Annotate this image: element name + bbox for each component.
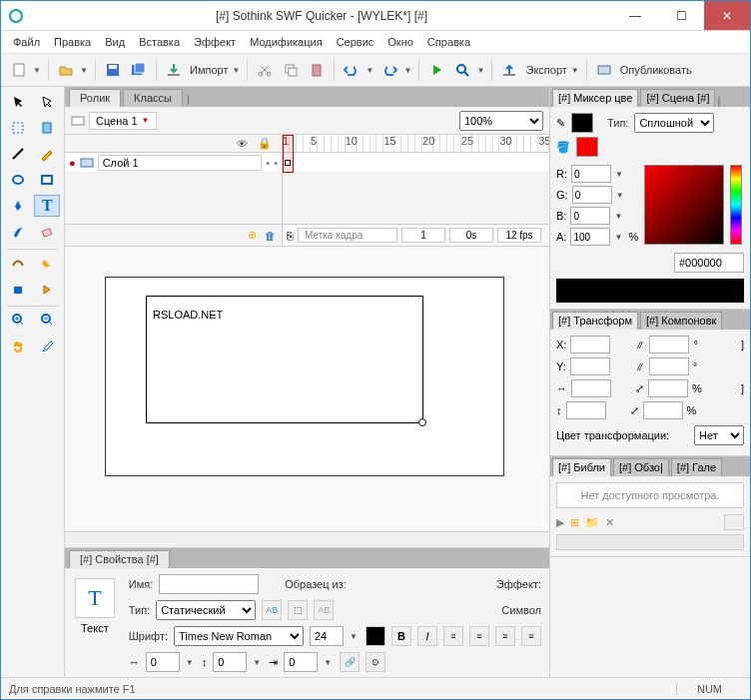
bucket-icon[interactable]: 🪣 — [556, 141, 570, 154]
maximize-button[interactable]: ☐ — [658, 1, 704, 30]
redo-button[interactable] — [377, 58, 401, 82]
import-label[interactable]: Импорт — [188, 64, 230, 76]
undo-button[interactable] — [340, 58, 364, 82]
crop-tool[interactable] — [34, 117, 60, 139]
x-input[interactable] — [570, 336, 610, 353]
playhead[interactable] — [283, 135, 294, 173]
skew-x-input[interactable] — [649, 336, 689, 353]
lib-button[interactable] — [724, 514, 744, 530]
publish-icon[interactable] — [592, 58, 616, 82]
rect-tool[interactable] — [34, 169, 60, 191]
hex-input[interactable] — [674, 253, 744, 273]
align-left[interactable]: ≡ — [443, 626, 463, 646]
menu-window[interactable]: Окно — [381, 34, 419, 50]
stroke-swatch[interactable] — [571, 113, 593, 133]
dropdown-icon[interactable]: ▼ — [80, 66, 90, 75]
paste-button[interactable] — [305, 58, 329, 82]
pen-tool[interactable] — [5, 195, 31, 217]
preview-button[interactable] — [450, 58, 474, 82]
fill-type-select[interactable]: Сплошной — [634, 113, 714, 133]
tab-layout[interactable]: [#] Компоновк — [640, 312, 722, 330]
copy-frame-icon[interactable]: ⎘ — [287, 230, 294, 242]
leading-input[interactable] — [213, 652, 247, 672]
tab-review[interactable]: [#] Обзо| — [613, 458, 669, 476]
dropdown-icon[interactable]: ▼ — [403, 66, 413, 75]
tab-properties[interactable]: [#] Свойства [#] — [69, 550, 170, 568]
tab-scene[interactable]: [#] Сцена [#] — [640, 89, 715, 107]
hand-tool[interactable] — [5, 335, 31, 356]
align-center[interactable]: ≡ — [469, 626, 489, 646]
select-tool[interactable] — [5, 91, 31, 113]
oval-tool[interactable] — [5, 169, 31, 191]
menu-service[interactable]: Сервис — [331, 34, 380, 50]
open-button[interactable] — [54, 58, 78, 82]
new-symbol-icon[interactable]: ⊞ — [570, 516, 579, 529]
h-scrollbar[interactable] — [65, 531, 549, 547]
tab-classes[interactable]: Классы — [123, 89, 183, 107]
ab-button-2[interactable]: ⬚ — [288, 600, 308, 620]
dropdown-icon[interactable]: ▼ — [366, 66, 376, 75]
tab-gallery[interactable]: [#] Гале — [671, 458, 722, 476]
scene-dropdown[interactable]: Сцена 1 ▼ — [89, 112, 157, 130]
color-transform-select[interactable]: Нет — [694, 425, 744, 445]
folder-icon[interactable]: 📁 — [585, 516, 599, 529]
bold-button[interactable]: B — [391, 626, 411, 646]
frame-label[interactable]: Метка кадра — [298, 228, 397, 243]
zoom-select[interactable]: 100% — [459, 111, 543, 131]
eraser-tool[interactable] — [34, 221, 60, 243]
transform-tool[interactable] — [5, 117, 31, 139]
tab-movie[interactable]: Ролик — [69, 89, 121, 107]
dropdown-icon[interactable]: ▼ — [476, 66, 486, 75]
save-all-button[interactable] — [127, 58, 151, 82]
close-button[interactable]: ✕ — [704, 1, 750, 30]
import-icon[interactable] — [162, 58, 186, 82]
align-right[interactable]: ≡ — [495, 626, 515, 646]
minimize-button[interactable]: — — [612, 1, 658, 30]
dropdown-icon[interactable]: ▼ — [571, 66, 581, 75]
copy-button[interactable] — [279, 58, 303, 82]
link-icon[interactable]: 🔗 — [340, 652, 360, 672]
italic-button[interactable]: I — [417, 626, 437, 646]
pencil-icon[interactable]: ✎ — [556, 117, 565, 130]
sx-input[interactable] — [648, 379, 688, 397]
resize-handle[interactable] — [418, 418, 426, 426]
stroke-tool[interactable] — [5, 252, 31, 274]
fill-swatch[interactable] — [576, 137, 598, 157]
bucket-tool[interactable] — [34, 278, 60, 300]
zoom-out-tool[interactable] — [34, 309, 60, 331]
g-input[interactable] — [572, 186, 612, 204]
publish-label[interactable]: Опубликовать — [618, 64, 694, 76]
indent-input[interactable] — [284, 652, 318, 672]
frame-row[interactable] — [283, 153, 549, 173]
w-input[interactable] — [571, 379, 611, 397]
export-icon[interactable] — [497, 58, 521, 82]
delete-icon[interactable]: ✕ — [605, 516, 614, 529]
delete-layer-button[interactable]: 🗑 — [265, 230, 276, 242]
dropdown-icon[interactable]: ▼ — [232, 66, 242, 75]
save-button[interactable] — [101, 58, 125, 82]
target-icon[interactable]: ⊙ — [366, 652, 385, 672]
ab-button[interactable]: AB — [262, 600, 282, 620]
tab-transform[interactable]: [#] Трансформ — [552, 312, 638, 330]
canvas[interactable]: RSLOAD.NET — [65, 247, 549, 531]
add-layer-button[interactable]: ⊕ — [248, 229, 257, 242]
color-field[interactable] — [644, 165, 724, 245]
r-input[interactable] — [571, 165, 611, 183]
menu-edit[interactable]: Правка — [48, 34, 97, 50]
zoom-in-tool[interactable] — [5, 309, 31, 331]
line-tool[interactable] — [5, 143, 31, 165]
spacing-input[interactable] — [146, 652, 180, 672]
cut-button[interactable] — [253, 58, 277, 82]
eyedropper-tool[interactable] — [34, 335, 60, 356]
dropdown-icon[interactable]: ▼ — [33, 66, 43, 75]
ab-button-3[interactable]: AB — [314, 600, 334, 620]
subselect-tool[interactable] — [34, 91, 60, 113]
fill-tool[interactable] — [34, 252, 60, 274]
type-select[interactable]: Статический — [156, 600, 256, 620]
hue-slider[interactable] — [730, 165, 742, 245]
tab-library[interactable]: [#] Библи — [552, 458, 611, 476]
name-input[interactable] — [159, 574, 259, 594]
h-input[interactable] — [566, 401, 606, 419]
menu-modify[interactable]: Модификация — [244, 34, 329, 50]
new-button[interactable] — [7, 58, 31, 82]
